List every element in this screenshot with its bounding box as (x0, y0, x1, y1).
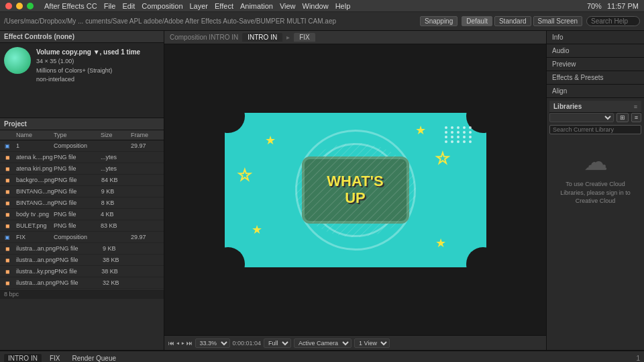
library-list-view[interactable]: ≡ (631, 113, 641, 122)
align-label[interactable]: Align (547, 85, 644, 97)
tv-text-line1: WHAT'S (327, 173, 383, 189)
toolbar-right: Snapping Default Standard Small Screen (420, 16, 640, 26)
png-icon: ◼ (3, 198, 12, 208)
maximize-button[interactable] (27, 3, 34, 9)
menu-animation[interactable]: Animation (240, 2, 273, 10)
zoom-selector[interactable]: 33.3% (195, 338, 230, 348)
preview-label[interactable]: Preview (547, 58, 644, 71)
row-size: ...ytes (101, 165, 131, 172)
col-frame: Frame (131, 132, 161, 138)
menu-items: After Effects CC File Edit Composition L… (44, 2, 350, 10)
fix-tab[interactable]: FIX (294, 33, 315, 42)
menu-bar: After Effects CC File Edit Composition L… (0, 0, 644, 12)
png-icon: ◼ (3, 175, 12, 185)
project-row[interactable]: ◼ atena k....png PNG file ...ytes (0, 152, 164, 163)
effects-presets-label[interactable]: Effects & Presets (547, 71, 644, 84)
center-panel: Composition INTRO IN INTRO IN ▸ FIX (164, 31, 547, 350)
toolbar-path: /Users/mac/Dropbox/My ... cuments/Save A… (4, 17, 417, 25)
main-toolbar: /Users/mac/Dropbox/My ... cuments/Save A… (0, 12, 644, 31)
close-button[interactable] (5, 3, 12, 9)
project-row[interactable]: ◼ ilustra...an.png PNG file 38 KB (0, 255, 164, 266)
png-icon: ◼ (3, 164, 12, 173)
menu-file[interactable]: File (104, 2, 116, 10)
project-file-list: Name Type Size Frame ▣ 1 Composition 29.… (0, 130, 164, 299)
right-panel: Info Audio Preview Effects & Presets Ali… (547, 31, 644, 350)
project-footer-bpc: 8 bpc (4, 291, 19, 298)
traffic-lights (5, 3, 34, 9)
project-row[interactable]: ◼ ilustra...an.png PNG file 9 KB (0, 243, 164, 255)
row-size: 38 KB (101, 268, 131, 275)
project-row[interactable]: ◼ BINTANG...ng PNG file 9 KB (0, 186, 164, 197)
libraries-toolbar: ⊞ ≡ (549, 113, 641, 122)
view-standard[interactable]: Standard (494, 16, 531, 26)
libraries-header: Libraries ≡ (549, 101, 641, 113)
library-selector[interactable] (549, 113, 614, 122)
row-size: 38 KB (103, 257, 133, 263)
png-icon: ◼ (3, 210, 12, 219)
row-type: PNG file (54, 268, 101, 275)
menu-window[interactable]: Window (303, 2, 329, 10)
minimize-button[interactable] (16, 3, 23, 9)
row-size: 32 KB (103, 279, 133, 286)
project-panel-header: Project (0, 118, 164, 130)
project-row[interactable]: ◼ body tv .png PNG file 4 KB (0, 209, 164, 220)
row-size: 4 KB (101, 211, 131, 218)
cc-logo: ☁ (549, 148, 641, 176)
project-row[interactable]: ◼ atena kiri.png PNG file ...ytes (0, 163, 164, 175)
camera-selector[interactable]: Active Camera (294, 338, 352, 348)
row-size: 8 KB (101, 199, 131, 206)
libraries-section: Libraries ≡ ⊞ ≡ ☁ To use Creative Cloud … (547, 98, 644, 350)
project-row[interactable]: ◼ BULET.png PNG file 83 KB (0, 220, 164, 232)
timeline-tab-fix[interactable]: FIX (46, 354, 64, 362)
project-row[interactable]: ▣ 1 Composition 29.97 (0, 140, 164, 152)
left-panel: Effect Controls (none) Volume copy.png ▼… (0, 31, 164, 350)
project-row[interactable]: ◼ backgro....png PNG file 84 KB (0, 175, 164, 186)
composition-canvas: ★ ★ ★ ★ ★ ★ WHAT'S (225, 113, 486, 267)
star-icon-2: ★ (252, 222, 262, 237)
png-icon: ◼ (3, 244, 12, 253)
project-row[interactable]: ◼ ilustra...an.png PNG file 32 KB (0, 277, 164, 289)
audio-label[interactable]: Audio (547, 44, 644, 57)
row-name: ilustra...an.png (16, 257, 56, 263)
resolution-selector[interactable]: Full (264, 338, 291, 348)
timecode-display: 0:00:01:04 (233, 340, 262, 347)
menu-effect[interactable]: Effect (215, 2, 233, 10)
intro-tab[interactable]: INTRO IN (242, 33, 282, 42)
comp-separator: ▸ (286, 34, 290, 41)
info-label[interactable]: Info (547, 31, 644, 44)
item-scan: non-interlaced (36, 75, 140, 85)
col-type: Type (54, 132, 101, 138)
render-queue-tab[interactable]: Render Queue (68, 354, 120, 362)
row-size: 9 KB (101, 188, 131, 195)
dots-decoration (445, 126, 473, 143)
col-name: Name (16, 132, 54, 138)
project-row[interactable]: ◼ BINTANG...ng PNG file 8 KB (0, 197, 164, 209)
row-frame: 29.97 (131, 234, 161, 240)
snapping-button[interactable]: Snapping (420, 16, 458, 26)
project-panel: Project Name Type Size Frame ▣ 1 Composi… (0, 118, 164, 350)
row-type: PNG file (54, 165, 101, 172)
view-small-screen[interactable]: Small Screen (533, 16, 582, 26)
menu-view[interactable]: View (280, 2, 296, 10)
view-default[interactable]: Default (462, 16, 492, 26)
comp-bottom-toolbar: ⏮ ◀ ▶ ⏭ 33.3% 0:00:01:04 Full Active Cam… (164, 335, 546, 350)
menu-help[interactable]: Help (335, 2, 351, 10)
menu-edit[interactable]: Edit (122, 2, 135, 10)
library-search[interactable] (549, 125, 641, 134)
library-grid-view[interactable]: ⊞ (616, 113, 629, 122)
project-row[interactable]: ▣ FIX Composition 29.97 (0, 232, 164, 243)
menu-layer[interactable]: Layer (190, 2, 209, 10)
row-type: PNG file (54, 211, 101, 218)
row-type: Composition (54, 142, 101, 149)
cc-message: To use Creative Cloud Libraries, please … (549, 176, 641, 210)
search-input[interactable] (586, 16, 640, 26)
row-name: BINTANG...ng (16, 188, 54, 195)
menu-aftereffects[interactable]: After Effects CC (44, 2, 97, 10)
project-row[interactable]: ◼ ilustra...ky.png PNG file 38 KB (0, 266, 164, 277)
battery-status: 70% (587, 2, 602, 10)
effect-controls-title: Effect Controls (none) (4, 33, 74, 40)
timeline-tab-intro[interactable]: INTRO IN (4, 354, 42, 362)
menu-composition[interactable]: Composition (142, 2, 182, 10)
view-selector[interactable]: 1 View (354, 338, 390, 348)
row-type: PNG file (54, 188, 101, 195)
